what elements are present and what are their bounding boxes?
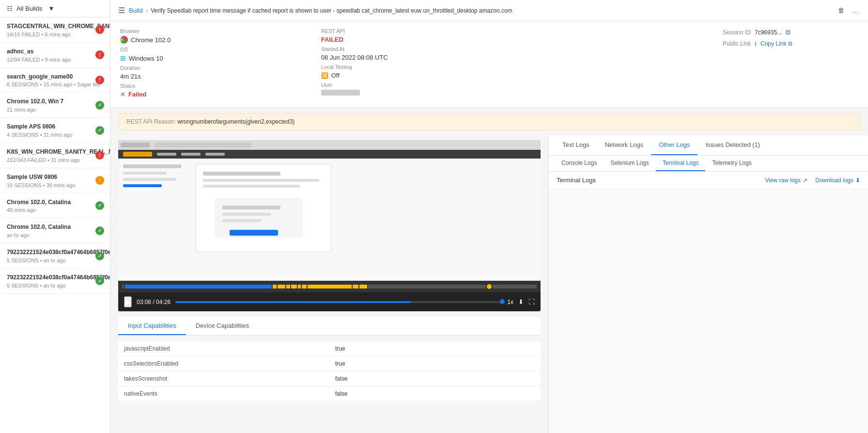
sidebar-item-title-9: Chrome 102.0, Catalina [7,223,103,231]
svg-rect-6 [123,152,152,157]
svg-rect-15 [203,172,280,176]
sidebar-item-7[interactable]: Sample USW 080619 SESSIONS • 38 mins ago… [0,168,110,193]
started-at-label: Started At [321,46,522,52]
cap-key: nativeEvents [118,386,329,401]
info-icon: ℹ [755,41,757,47]
sidebar-item-title-4: Chrome 102.0, Win 7 [7,97,103,106]
all-builds-header[interactable]: ☷ All Builds ▼ [0,0,110,17]
log-tab-main-network[interactable]: Network Logs [597,135,651,155]
sidebar-item-5[interactable]: Sample APS 08064 SESSIONS • 31 mins ago✓ [0,118,110,143]
sidebar-item-title-1: STAGCENTRAL_WIN_CHROME_SANITY_APP_LIVE_1 [7,22,103,31]
view-raw-logs-link[interactable]: View raw logs ↗ [765,177,807,184]
more-options-button[interactable]: … [850,5,860,16]
sidebar-item-3[interactable]: search_google_name006 SESSIONS • 15 mins… [0,68,110,93]
public-link-label: Public Link [723,40,751,47]
video-timeline[interactable] [118,281,541,292]
log-tab-sub-selenium[interactable]: Selenium Logs [604,156,655,171]
browser-label: Browser [120,28,321,34]
top-nav-actions: 🗑 … [836,5,860,16]
log-tab-sub-terminal[interactable]: Terminal Logs [656,156,706,171]
sidebar-item-badge-1: ! [95,25,104,34]
sidebar-item-10[interactable]: 792232221524e038cf0a47464b6857f0ee53bfa9… [0,243,110,269]
builds-icon: ☷ [7,5,13,12]
play-button[interactable]: ▶ [124,296,132,307]
svg-rect-17 [203,185,300,188]
sidebar-item-8[interactable]: Chrome 102.0, Catalina40 mins ago✓ [0,193,110,219]
breadcrumb-separator: › [146,7,148,14]
log-main-tabs: Text LogsNetwork LogsOther LogsIssues De… [549,135,868,156]
delete-button[interactable]: 🗑 [836,5,846,16]
svg-rect-10 [123,164,181,168]
download-icon: ⬇ [855,177,860,184]
download-video-icon[interactable]: ⬇ [518,298,524,305]
tab-device-capabilities[interactable]: Device Capabilities [186,317,259,335]
svg-rect-19 [222,206,280,209]
right-panel: Text LogsNetwork LogsOther LogsIssues De… [548,135,868,433]
started-at-value: 08 Jun 2022 08:08 UTC [321,54,522,61]
sidebar-item-9[interactable]: Chrome 102.0, Catalinaan hr ago✓ [0,218,110,243]
sidebar-item-badge-5: ✓ [95,126,104,135]
sidebar-item-1[interactable]: STAGCENTRAL_WIN_CHROME_SANITY_APP_LIVE_1… [0,17,110,43]
error-value: wrongnumberofarguments(given2,expected3) [177,118,294,125]
sidebar-item-11[interactable]: 792232221524e038cf0a47464b6857f0ee53bfa9… [0,269,110,294]
all-builds-label: All Builds [16,5,42,12]
user-value [321,90,522,96]
download-logs-button[interactable]: Download logs ⬇ [815,177,860,184]
log-tab-sub-console[interactable]: Console Logs [555,156,604,171]
svg-rect-11 [123,172,167,175]
blurred-user [321,90,360,96]
log-panel-title: Terminal Logs [557,176,596,184]
progress-fill [175,301,411,303]
log-content-area [549,189,868,433]
sidebar-item-meta-1: 14/15 FAILED • 6 mins ago [7,32,103,37]
copy-link-button[interactable]: Copy Link ⧉ [760,40,792,47]
log-tab-sub-telemetry[interactable]: Telemetry Logs [705,156,758,171]
svg-rect-8 [181,153,201,156]
sidebar-item-meta-4: 21 mins ago [7,107,103,112]
log-tab-main-text[interactable]: Text Logs [555,135,597,155]
sidebar-item-2[interactable]: adhoc_as12/94 FAILED • 9 mins ago! [0,43,110,68]
svg-rect-3 [155,143,251,147]
external-link-icon: ↗ [803,177,807,184]
sidebar-item-title-5: Sample APS 0806 [7,123,103,131]
sidebar-item-meta-9: an hr ago [7,232,103,238]
sidebar-item-badge-8: ✓ [95,201,104,210]
tab-input-capabilities[interactable]: Input Capabilities [118,317,186,335]
sidebar-item-meta-8: 40 mins ago [7,207,103,213]
cap-key: takesScreenshot [118,371,329,386]
rest-api-value: FAILED [321,36,522,43]
svg-rect-7 [157,153,176,156]
session-col-2: REST API FAILED Started At 08 Jun 2022 0… [321,28,522,101]
sidebar-item-badge-11: ✓ [95,276,104,285]
breadcrumb-build-link[interactable]: Build [129,7,143,14]
session-id-label: Session ID [723,29,751,36]
menu-icon[interactable]: ☰ [118,6,125,15]
user-label: User [321,82,522,88]
sidebar: ☷ All Builds ▼ STAGCENTRAL_WIN_CHROME_SA… [0,0,110,433]
sidebar-item-meta-6: 222/343 FAILED • 31 mins ago [7,157,103,163]
cap-value: true [329,341,541,356]
log-tab-main-issues[interactable]: Issues Detected (1) [698,135,768,155]
fullscreen-icon[interactable]: ⛶ [528,298,535,305]
table-row: cssSelectorsEnabledtrue [118,356,541,371]
log-tab-main-other[interactable]: Other Logs [651,135,698,155]
speed-button[interactable]: 1x [507,299,513,305]
log-panel-header: Terminal Logs View raw logs ↗ Download l… [549,172,868,189]
sidebar-item-4[interactable]: Chrome 102.0, Win 721 mins ago✓ [0,93,110,118]
breadcrumb-test-title: Verify Speedlab report time message if c… [151,7,512,14]
log-action-buttons: View raw logs ↗ Download logs ⬇ [765,177,860,184]
log-sub-tabs: Console LogsSelenium LogsTerminal LogsTe… [549,156,868,172]
sidebar-item-badge-4: ✓ [95,101,104,110]
sidebar-item-6[interactable]: K8S_WIN_CHROME_SANITY_REAL_MOBILE_LIVE_1… [0,143,110,168]
error-label: REST API Reason: [126,118,176,125]
progress-bar[interactable] [175,301,502,303]
video-screenshot [118,140,541,281]
windows-icon: ⊞ [120,54,126,62]
cap-value: true [329,356,541,371]
table-row: javascriptEnabledtrue [118,341,541,356]
copy-link-icon: ⧉ [788,40,792,47]
dropdown-icon: ▼ [48,5,54,12]
capabilities-tabs: Input Capabilities Device Capabilities [118,317,541,336]
status-value: ✕ Failed [120,91,321,98]
copy-session-id-icon[interactable]: ⧉ [786,28,790,36]
